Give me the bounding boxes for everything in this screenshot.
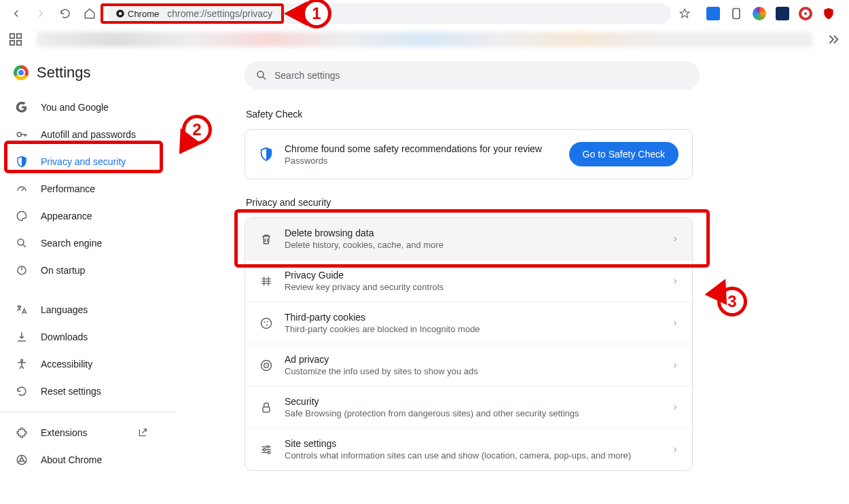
- sidebar-item-accessibility[interactable]: Accessibility: [0, 350, 163, 378]
- sidebar-item-downloads[interactable]: Downloads: [0, 323, 163, 350]
- sidebar-item-search-engine[interactable]: Search engine: [0, 230, 163, 257]
- reload-button[interactable]: [54, 3, 76, 24]
- svg-point-1: [119, 12, 122, 16]
- page-title: Settings: [37, 64, 91, 82]
- svg-point-16: [267, 321, 268, 322]
- svg-rect-2: [733, 9, 740, 19]
- svg-point-24: [268, 451, 270, 453]
- home-button[interactable]: [79, 3, 101, 24]
- row-title: Delete browsing data: [285, 228, 661, 238]
- sidebar-item-languages[interactable]: Languages: [0, 296, 163, 323]
- key-icon: [15, 128, 29, 141]
- extension-icon[interactable]: [776, 7, 789, 20]
- chevron-right-icon: [672, 236, 679, 242]
- ad-icon: [259, 358, 274, 373]
- svg-point-20: [266, 365, 267, 366]
- speedometer-icon: [15, 182, 29, 196]
- chrome-outline-icon: [15, 453, 29, 467]
- chrome-icon: [115, 9, 125, 18]
- extension-icon[interactable]: [753, 7, 766, 20]
- row-third-party-cookies[interactable]: Third-party cookies Third-party cookies …: [245, 302, 692, 344]
- row-delete-browsing-data[interactable]: Delete browsing data Delete history, coo…: [245, 218, 692, 259]
- sidebar-item-label: Performance: [41, 183, 95, 194]
- main-column: Search settings Safety Check Chrome foun…: [177, 52, 706, 504]
- privacy-list-card: Delete browsing data Delete history, coo…: [245, 217, 693, 471]
- sidebar-item-autofill[interactable]: Autofill and passwords: [0, 121, 163, 148]
- reset-icon: [15, 384, 29, 398]
- row-subtitle: Controls what information sites can use …: [285, 450, 661, 461]
- sidebar-item-extensions[interactable]: Extensions: [0, 419, 163, 446]
- safety-check-card: Chrome found some safety recommendations…: [245, 129, 693, 179]
- svg-point-17: [266, 324, 268, 325]
- bookmark-star-button[interactable]: [674, 3, 696, 24]
- sidebar-item-label: Privacy and security: [41, 156, 126, 167]
- row-subtitle: Safe Browsing (protection from dangerous…: [285, 408, 661, 418]
- sidebar-item-you-and-google[interactable]: You and Google: [0, 94, 163, 121]
- chevron-right-icon: [672, 446, 679, 453]
- extension-icon[interactable]: [706, 7, 720, 20]
- browser-toolbar: Chrome chrome://settings/privacy: [0, 0, 849, 27]
- svg-point-15: [264, 321, 266, 323]
- download-icon: [15, 330, 29, 344]
- url-chip-label: Chrome: [128, 9, 159, 19]
- row-site-settings[interactable]: Site settings Controls what information …: [245, 428, 692, 470]
- sidebar-item-label: Languages: [41, 304, 88, 315]
- svg-rect-3: [10, 34, 14, 38]
- sidebar-item-privacy-security[interactable]: Privacy and security: [0, 148, 163, 175]
- sidebar-item-label: Extensions: [41, 427, 87, 438]
- section-label-safety: Safety Check: [246, 109, 679, 120]
- svg-point-10: [21, 359, 23, 361]
- svg-point-22: [267, 446, 269, 448]
- extension-icon[interactable]: [799, 7, 812, 20]
- sidebar-item-performance[interactable]: Performance: [0, 175, 163, 202]
- chevron-right-icon: [672, 320, 679, 327]
- row-ad-privacy[interactable]: Ad privacy Customize the info used by si…: [245, 344, 692, 386]
- chevron-right-icon: [672, 362, 679, 369]
- svg-point-23: [264, 448, 266, 450]
- sidebar-item-label: You and Google: [41, 102, 109, 113]
- row-privacy-guide[interactable]: Privacy Guide Review key privacy and sec…: [245, 259, 692, 302]
- address-bar-fill[interactable]: [276, 3, 671, 24]
- svg-point-14: [261, 318, 272, 328]
- section-label-privacy: Privacy and security: [246, 197, 679, 208]
- sidebar-item-about[interactable]: About Chrome: [0, 446, 163, 473]
- search-placeholder: Search settings: [274, 70, 340, 81]
- row-security[interactable]: Security Safe Browsing (protection from …: [245, 386, 692, 428]
- back-button[interactable]: [5, 3, 27, 24]
- apps-grid-icon[interactable]: [8, 32, 23, 47]
- translate-icon: [15, 303, 29, 317]
- sidebar-item-label: On startup: [41, 265, 85, 276]
- svg-point-8: [18, 239, 24, 245]
- extension-icons: [698, 7, 844, 20]
- sidebar-item-reset[interactable]: Reset settings: [0, 378, 163, 405]
- blurred-bookmarks: [37, 32, 812, 47]
- guide-icon: [259, 274, 274, 289]
- sidebar-item-label: Downloads: [41, 331, 88, 342]
- extension-icon[interactable]: [822, 7, 835, 20]
- tune-icon: [259, 442, 274, 457]
- lock-icon: [259, 400, 274, 415]
- overflow-icon[interactable]: [826, 32, 841, 47]
- forward-button[interactable]: [30, 3, 52, 24]
- address-bar[interactable]: Chrome chrome://settings/privacy: [107, 3, 281, 24]
- shield-icon: [259, 147, 274, 162]
- sidebar-item-appearance[interactable]: Appearance: [0, 202, 163, 230]
- sidebar-item-on-startup[interactable]: On startup: [0, 257, 163, 284]
- safety-subtitle: Passwords: [285, 156, 558, 166]
- extension-icon[interactable]: [729, 7, 743, 20]
- sidebar-item-label: Search engine: [41, 238, 102, 249]
- page-content: Settings You and Google Autofill and pas…: [0, 52, 849, 504]
- google-g-icon: [15, 101, 29, 114]
- settings-search[interactable]: Search settings: [245, 61, 700, 90]
- svg-point-13: [257, 71, 264, 77]
- search-icon: [15, 236, 29, 250]
- svg-rect-6: [17, 41, 21, 45]
- go-to-safety-check-button[interactable]: Go to Safety Check: [569, 142, 679, 166]
- accessibility-icon: [15, 357, 29, 371]
- row-subtitle: Third-party cookies are blocked in Incog…: [285, 324, 661, 334]
- sidebar-item-label: About Chrome: [41, 454, 102, 465]
- sidebar: Settings You and Google Autofill and pas…: [0, 52, 177, 504]
- sidebar-item-label: Reset settings: [41, 386, 101, 397]
- extension-icon: [15, 426, 29, 439]
- sidebar-item-label: Accessibility: [41, 359, 92, 370]
